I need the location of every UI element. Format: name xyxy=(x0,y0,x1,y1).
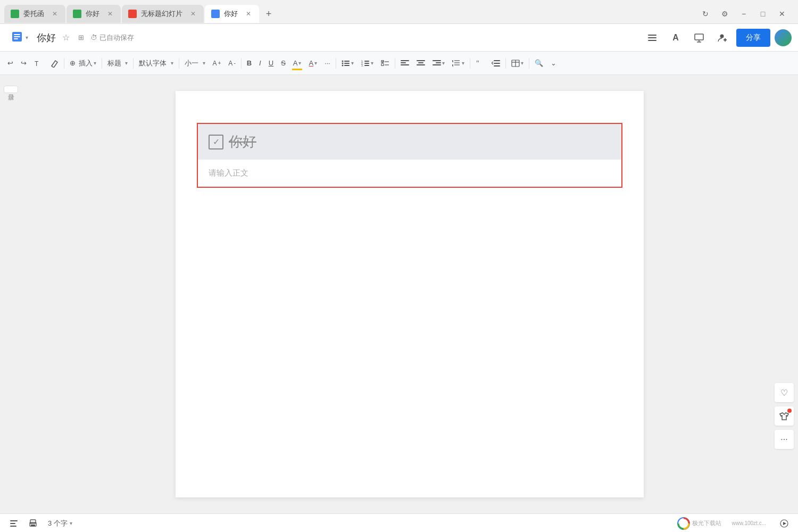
heart-button[interactable]: ♡ xyxy=(775,383,794,402)
autosave-icon: ⏱ xyxy=(90,34,97,41)
increase-font-button[interactable]: A+ xyxy=(210,55,225,71)
underline-button[interactable]: U xyxy=(265,55,277,71)
doc-title-content: ✓ 你好 xyxy=(209,132,611,151)
separator-4 xyxy=(179,58,179,69)
svg-rect-31 xyxy=(401,62,406,63)
insert-button[interactable]: ⊕ ⊕ 插入插入 ▾ xyxy=(66,55,99,71)
undo-button[interactable]: ↩ xyxy=(4,55,16,71)
bold-button[interactable]: B xyxy=(244,55,255,71)
align-right-button[interactable]: ▾ xyxy=(429,55,448,71)
more-options-button[interactable]: ··· xyxy=(775,430,794,449)
tab-label-1: 委托函 xyxy=(23,9,44,19)
tab-bar: 委托函 ✕ 你好 ✕ 无标题幻灯片 ✕ 你好 ✕ + ↻ ⚙ − □ ✕ xyxy=(0,0,798,23)
outline-button[interactable] xyxy=(6,518,21,529)
italic-button[interactable]: I xyxy=(256,55,264,71)
align-left-button[interactable] xyxy=(397,55,412,71)
print-icon xyxy=(29,519,37,528)
text-color-button[interactable]: A ▾ xyxy=(305,55,320,71)
tab-close-3[interactable]: ✕ xyxy=(189,10,197,18)
close-button[interactable]: ✕ xyxy=(775,6,789,21)
tab-nihao-4[interactable]: 你好 ✕ xyxy=(205,5,259,23)
svg-rect-1 xyxy=(14,34,20,35)
bullets-button[interactable]: ▾ xyxy=(338,55,357,71)
svg-rect-6 xyxy=(648,40,656,41)
separator-8 xyxy=(470,58,470,69)
maximize-button[interactable]: □ xyxy=(755,6,770,21)
minimize-button[interactable]: − xyxy=(736,6,751,21)
shirt-button[interactable] xyxy=(775,406,794,426)
align-center-button[interactable] xyxy=(413,55,428,71)
strikethrough-button[interactable]: S xyxy=(278,55,289,71)
doc-body-placeholder[interactable]: 请输入正文 xyxy=(198,160,621,187)
insert-table-button[interactable]: ▾ xyxy=(508,55,527,71)
svg-rect-24 xyxy=(364,63,369,64)
status-bar: 3 个字 ▾ 极光下载站 www.100zt.c... xyxy=(0,513,798,532)
tab-icon-1 xyxy=(11,10,19,18)
svg-rect-43 xyxy=(494,60,500,61)
doc-title[interactable]: 你好 xyxy=(37,31,56,44)
doc-title-area[interactable]: ✓ 你好 xyxy=(198,124,621,160)
word-count-button[interactable]: 3 个字 ▾ xyxy=(45,518,76,529)
svg-point-16 xyxy=(342,64,343,66)
tab-label-2: 你好 xyxy=(86,9,99,19)
svg-rect-25 xyxy=(364,65,369,66)
avatar[interactable] xyxy=(775,29,792,46)
home-button[interactable]: ▾ xyxy=(6,28,32,47)
separator-6 xyxy=(336,58,336,69)
doc-title-text: 你好 xyxy=(229,132,256,151)
highlight-button[interactable]: A ▾ xyxy=(290,55,305,71)
tab-weituohan[interactable]: 委托函 ✕ xyxy=(4,5,65,23)
svg-marker-58 xyxy=(783,522,786,525)
home-icon xyxy=(11,30,23,45)
blockquote-button[interactable]: " xyxy=(472,55,487,71)
toc-label[interactable]: 目录 xyxy=(4,86,18,93)
new-tab-button[interactable]: + xyxy=(260,5,277,22)
separator-9 xyxy=(505,58,506,69)
redo-button[interactable]: ↪ xyxy=(18,55,30,71)
toc-sidebar: 目录 xyxy=(0,75,21,513)
tab-close-2[interactable]: ✕ xyxy=(106,10,114,18)
add-user-button[interactable] xyxy=(713,28,732,47)
tab-close-4[interactable]: ✕ xyxy=(244,10,253,18)
svg-rect-34 xyxy=(418,62,423,63)
play-button[interactable] xyxy=(777,518,792,529)
search-button[interactable]: 🔍 xyxy=(531,55,546,71)
style-dropdown[interactable]: 标题 ▾ xyxy=(104,55,131,71)
separator-10 xyxy=(529,58,529,69)
svg-rect-17 xyxy=(344,61,350,62)
grid-icon[interactable]: ⊞ xyxy=(76,31,86,44)
decrease-font-button[interactable]: A- xyxy=(225,55,238,71)
eraser-button[interactable] xyxy=(47,55,62,71)
badge-dot xyxy=(787,409,792,413)
star-icon[interactable]: ☆ xyxy=(60,30,72,45)
refresh-button[interactable]: ↻ xyxy=(698,6,713,21)
presentation-button[interactable] xyxy=(689,28,709,47)
svg-text:": " xyxy=(476,60,479,67)
svg-point-55 xyxy=(30,523,31,524)
shirt-icon xyxy=(779,411,789,421)
font-size-button[interactable]: A xyxy=(666,28,685,47)
numbering-button[interactable]: 1.2.3. ▾ xyxy=(358,55,377,71)
expand-button[interactable]: ⌄ xyxy=(547,55,560,71)
tab-close-1[interactable]: ✕ xyxy=(51,10,59,18)
tab-slides[interactable]: 无标题幻灯片 ✕ xyxy=(122,5,204,23)
svg-rect-50 xyxy=(10,523,15,524)
outdent-button[interactable] xyxy=(488,55,503,71)
autosave-indicator: ⏱ 已自动保存 xyxy=(90,33,134,43)
font-size-dropdown[interactable]: 小一 ▾ xyxy=(181,55,209,71)
format-clear-button[interactable]: T xyxy=(31,55,46,71)
svg-rect-4 xyxy=(648,35,656,36)
line-spacing-button[interactable]: ▾ xyxy=(449,55,468,71)
body-placeholder-text: 请输入正文 xyxy=(209,168,248,177)
menu-button[interactable] xyxy=(643,28,662,47)
share-button[interactable]: 分享 xyxy=(736,29,770,47)
svg-rect-52 xyxy=(30,520,36,523)
font-size-icon: A xyxy=(672,33,679,43)
tab-nihao-2[interactable]: 你好 ✕ xyxy=(66,5,121,23)
checkmark-icon: ✓ xyxy=(213,137,220,147)
settings-button[interactable]: ⚙ xyxy=(717,6,732,21)
font-dropdown[interactable]: 默认字体 ▾ xyxy=(136,55,177,71)
more-button[interactable]: ··· xyxy=(321,55,334,71)
print-button[interactable] xyxy=(26,518,40,529)
checklist-button[interactable] xyxy=(378,55,393,71)
